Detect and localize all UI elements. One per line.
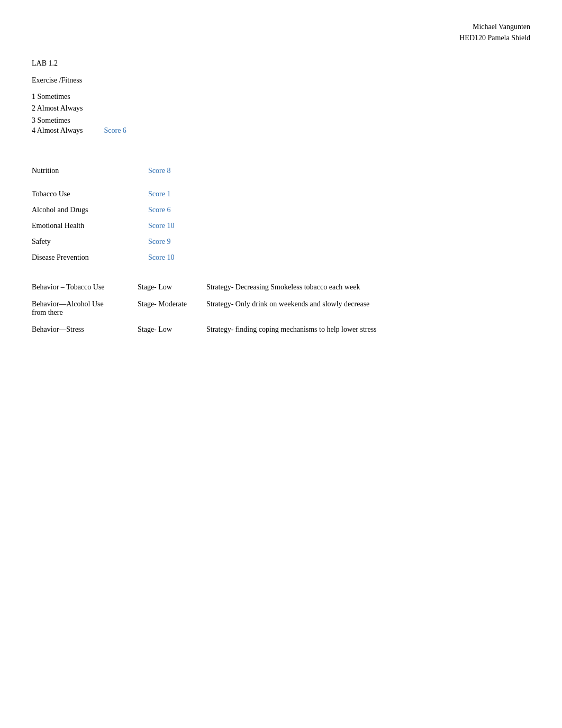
- exercise-section: Exercise /Fitness 1 Sometimes 2 Almost A…: [32, 76, 530, 135]
- score-row-tobacco: Tobacco Use Score 1: [32, 190, 530, 198]
- behavior-stress-label: Behavior—Stress: [32, 325, 138, 334]
- behavior-alcohol-stage: Stage- Moderate: [138, 300, 206, 308]
- safety-score: Score 9: [148, 238, 170, 246]
- behavior-tobacco-label: Behavior – Tobacco Use: [32, 283, 138, 292]
- behavior-alcohol-line1: Behavior—Alcohol Use Stage- Moderate Str…: [32, 300, 530, 308]
- behavior-stress: Behavior—Stress Stage- Low Strategy- fin…: [32, 325, 530, 334]
- behaviors-section: Behavior – Tobacco Use Stage- Low Strate…: [32, 283, 530, 334]
- score-row-emotional: Emotional Health Score 10: [32, 222, 530, 230]
- behavior-alcohol: Behavior—Alcohol Use Stage- Moderate Str…: [32, 300, 530, 317]
- tobacco-category: Tobacco Use: [32, 190, 138, 198]
- disease-score: Score 10: [148, 253, 174, 262]
- header: Michael Vangunten HED120 Pamela Shield: [32, 21, 530, 43]
- student-name: Michael Vangunten: [32, 21, 530, 32]
- nutrition-score: Score 8: [148, 167, 170, 175]
- behavior-tobacco-strategy: Strategy- Decreasing Smokeless tobacco e…: [206, 283, 530, 292]
- course-info: HED120 Pamela Shield: [32, 32, 530, 43]
- disease-category: Disease Prevention: [32, 253, 138, 262]
- safety-category: Safety: [32, 238, 138, 246]
- lab-title: LAB 1.2: [32, 59, 530, 68]
- behavior-alcohol-strategy: Strategy- Only drink on weekends and slo…: [206, 300, 530, 308]
- emotional-score: Score 10: [148, 222, 174, 230]
- exercise-item-2: 2 Almost Always: [32, 103, 530, 114]
- emotional-category: Emotional Health: [32, 222, 138, 230]
- exercise-item-3: 3 Sometimes: [32, 115, 530, 126]
- exercise-score-row: 4 Almost Always Score 6: [32, 126, 530, 135]
- score-row-disease: Disease Prevention Score 10: [32, 253, 530, 262]
- behavior-alcohol-continuation: from there: [32, 308, 530, 317]
- score-row-alcohol: Alcohol and Drugs Score 6: [32, 206, 530, 214]
- exercise-item-4: 4 Almost Always: [32, 126, 83, 135]
- scores-section: Tobacco Use Score 1 Alcohol and Drugs Sc…: [32, 190, 530, 262]
- tobacco-score: Score 1: [148, 190, 170, 198]
- exercise-score: Score 6: [104, 126, 126, 135]
- behavior-tobacco-stage: Stage- Low: [138, 283, 206, 292]
- alcohol-category: Alcohol and Drugs: [32, 206, 138, 214]
- behavior-tobacco: Behavior – Tobacco Use Stage- Low Strate…: [32, 283, 530, 292]
- exercise-list: 1 Sometimes 2 Almost Always 3 Sometimes …: [32, 91, 530, 135]
- exercise-item-1: 1 Sometimes: [32, 91, 530, 103]
- nutrition-row: Nutrition Score 8: [32, 167, 530, 175]
- score-row-safety: Safety Score 9: [32, 238, 530, 246]
- alcohol-score: Score 6: [148, 206, 170, 214]
- exercise-title: Exercise /Fitness: [32, 76, 530, 85]
- nutrition-label: Nutrition: [32, 167, 116, 175]
- behavior-stress-stage: Stage- Low: [138, 325, 206, 334]
- behavior-stress-strategy: Strategy- finding coping mechanisms to h…: [206, 325, 530, 334]
- behavior-alcohol-label: Behavior—Alcohol Use: [32, 300, 138, 308]
